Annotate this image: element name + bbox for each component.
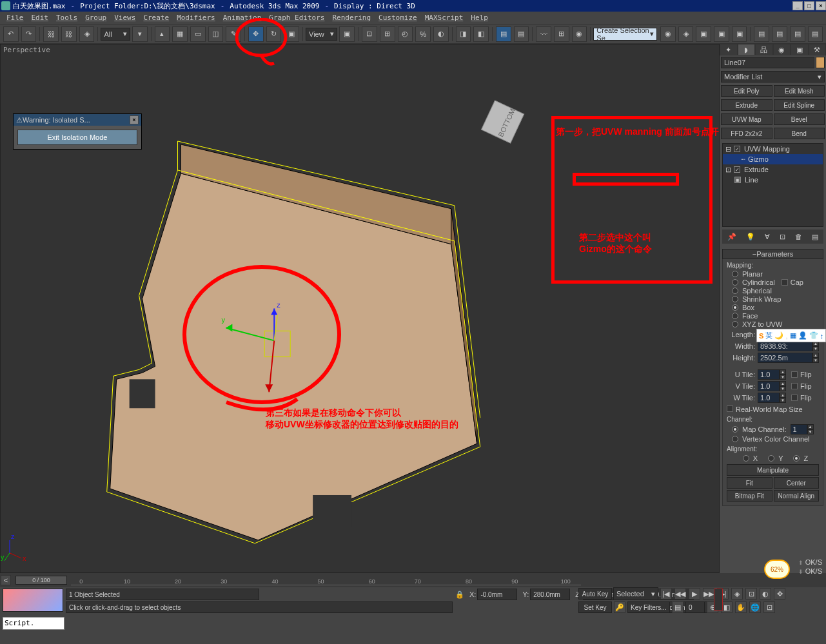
menu-modifiers[interactable]: Modifiers [173, 12, 219, 23]
bend-button[interactable]: Bend [774, 128, 825, 139]
menu-grapheditors[interactable]: Graph Editors [265, 12, 328, 23]
nav2[interactable]: ⊡ [745, 588, 757, 600]
play-button[interactable]: ▶ [689, 588, 700, 600]
named-sel[interactable]: ◨ [456, 26, 471, 42]
render-frame[interactable]: ◈ [678, 26, 694, 42]
object-color-swatch[interactable] [816, 57, 825, 68]
angle-snap[interactable]: ◴ [398, 26, 413, 42]
menu-maxscript[interactable]: MAXScript [421, 12, 467, 23]
menu-help[interactable]: Help [467, 12, 492, 23]
mapping-box[interactable]: Box [732, 304, 819, 311]
iso-close-button[interactable]: × [130, 115, 139, 124]
stack-extrude[interactable]: ⊡✓Extrude [723, 164, 823, 175]
align-z[interactable]: Z [793, 454, 808, 462]
redo-button[interactable]: ↷ [21, 26, 37, 42]
stack-uvwmapping[interactable]: ⊟✓UVW Mapping [723, 144, 823, 154]
nav7[interactable]: ✋ [735, 601, 747, 613]
utilities-tab[interactable]: ⚒ [809, 44, 827, 55]
menu-views[interactable]: Views [110, 12, 139, 23]
ffd-button[interactable]: FFD 2x2x2 [721, 128, 772, 139]
setkey-button[interactable]: Set Key [578, 601, 612, 613]
bind-button[interactable]: ◈ [79, 26, 95, 42]
make-unique-icon[interactable]: ⊡ [780, 233, 785, 241]
vtile-spinner[interactable]: 1.0 [758, 381, 780, 391]
remove-mod-icon[interactable]: 🗑 [795, 233, 802, 240]
mirror-button[interactable]: ◧ [473, 26, 489, 42]
wtile-spinner[interactable]: 1.0 [758, 393, 780, 403]
time-ruler[interactable]: 0 10 20 30 40 50 60 70 80 90 100 [71, 575, 581, 585]
pct-snap[interactable]: % [415, 26, 431, 42]
schematic[interactable]: ⊞ [554, 26, 569, 42]
nav9[interactable]: ⊡ [763, 601, 775, 613]
menu-edit[interactable]: Edit [28, 12, 53, 23]
menu-create[interactable]: Create [139, 12, 173, 23]
min-button[interactable]: _ [792, 1, 803, 10]
exit-isolation-button[interactable]: Exit Isolation Mode [17, 130, 137, 145]
utile-spinner[interactable]: 1.0 [758, 369, 780, 380]
nav8[interactable]: 🌐 [749, 601, 761, 613]
parameters-rollup-header[interactable]: − Parameters [722, 249, 823, 259]
configure-icon[interactable]: ▤ [812, 233, 818, 241]
align-y[interactable]: Y [768, 454, 783, 462]
stack-gizmo[interactable]: ┈Gizmo [723, 154, 823, 164]
menu-file[interactable]: File [3, 12, 28, 23]
y-coord[interactable]: 280.0mm [530, 589, 570, 600]
curve-editor[interactable]: 〰 [536, 26, 551, 42]
rotate-button[interactable]: ↻ [266, 26, 282, 42]
display-tab[interactable]: ▣ [791, 44, 809, 55]
undo-button[interactable]: ↶ [3, 26, 19, 42]
filter-button[interactable]: ▾ [132, 26, 148, 42]
bevel-button[interactable]: Bevel [774, 113, 825, 125]
snap-toggle[interactable]: ⊞ [380, 26, 395, 42]
modify-tab[interactable]: ◗ [738, 44, 756, 55]
show-result-icon[interactable]: ∀ [765, 233, 770, 241]
time-config[interactable]: ▤ [672, 601, 683, 613]
menu-tools[interactable]: Tools [52, 12, 81, 23]
timeline[interactable]: < 0 / 100 0 10 20 30 40 50 60 70 80 90 1… [0, 573, 826, 587]
mapping-spherical[interactable]: Spherical [732, 287, 819, 295]
wflip-check[interactable] [791, 395, 798, 401]
tool-c[interactable]: ▤ [790, 26, 805, 42]
link-button[interactable]: ⛓ [43, 26, 59, 42]
editmesh-button[interactable]: Edit Mesh [774, 85, 825, 97]
mapping-cylindrical[interactable]: CylindricalCap [732, 278, 819, 286]
max-button[interactable]: □ [804, 1, 814, 10]
mapping-shrinkwrap[interactable]: Shrink Wrap [732, 295, 819, 303]
normalalign-button[interactable]: Normal Align [774, 490, 820, 502]
time-slider[interactable]: 0 / 100 [15, 576, 67, 585]
script-input[interactable]: Script. [3, 617, 64, 630]
align-x[interactable]: X [743, 454, 758, 462]
select-window[interactable]: ◫ [208, 26, 224, 42]
create-tab[interactable]: ✦ [720, 44, 738, 55]
mapping-planar[interactable]: Planar [732, 270, 819, 278]
editspline-button[interactable]: Edit Spline [774, 99, 825, 111]
keyfilters-button[interactable]: Key Filters... [627, 601, 670, 613]
height-spinner[interactable]: 2502.5m [758, 353, 812, 363]
menu-rendering[interactable]: Rendering [328, 12, 375, 23]
ime-floatbar[interactable]: S 英 🌙 , ▦ 👤 👕 ↕ [756, 329, 826, 342]
bitmapfit-button[interactable]: Bitmap Fit [727, 490, 772, 502]
goto-start[interactable]: |◀ [660, 588, 672, 600]
x-coord[interactable]: -0.0mm [477, 589, 517, 600]
mapping-xyz[interactable]: XYZ to UVW [732, 320, 819, 328]
render-setup[interactable]: ◉ [660, 26, 676, 42]
select-arrow[interactable]: ▴ [155, 26, 170, 42]
hierarchy-tab[interactable]: 品 [755, 44, 773, 55]
fit-button[interactable]: Fit [727, 477, 772, 489]
nav4[interactable]: ✥ [774, 588, 785, 600]
layers-button[interactable]: ▤ [514, 26, 529, 42]
select-paint[interactable]: ✎ [226, 26, 241, 42]
autokey-button[interactable]: Auto Key [578, 588, 612, 600]
modifier-list-dropdown[interactable]: Modifier List▾ [721, 71, 825, 83]
align-button[interactable]: ▤ [496, 26, 511, 42]
menu-customize[interactable]: Customize [375, 12, 421, 23]
uflip-check[interactable] [791, 371, 798, 378]
next-frame[interactable]: ▶▶ [703, 588, 714, 600]
object-name-field[interactable]: Line07 [721, 57, 814, 68]
keymode-dropdown[interactable]: Selected▾ [613, 587, 658, 600]
tool-d[interactable]: ▤ [808, 26, 823, 42]
filter-dropdown[interactable]: All ▾ [101, 28, 130, 41]
big-key-button[interactable] [714, 589, 723, 610]
manipulate-button[interactable]: Manipulate [727, 464, 819, 476]
manip-button[interactable]: ⊡ [362, 26, 377, 42]
